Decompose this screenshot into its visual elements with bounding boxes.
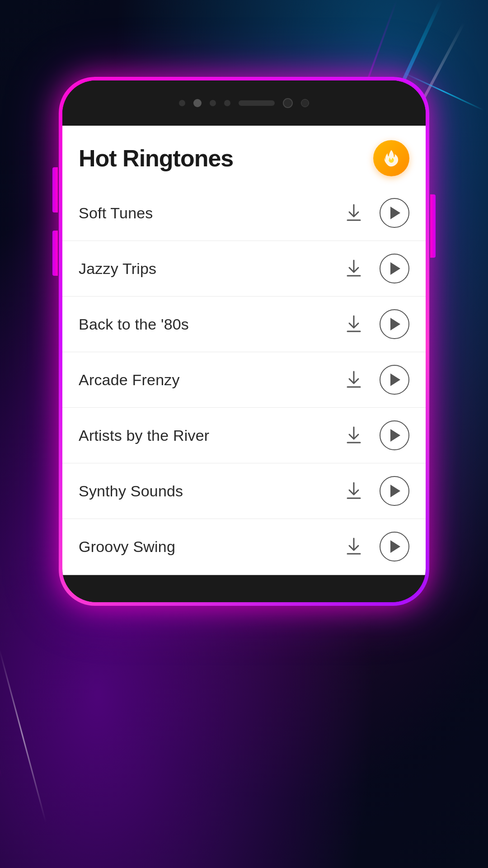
play-triangle-icon [390,429,400,442]
speaker-grill [239,100,275,106]
ringtone-name: Arcade Frenzy [79,371,333,389]
download-icon [346,538,362,556]
topbar-indicators [179,98,309,108]
app-title: Hot Ringtones [79,145,233,172]
ringtone-name: Synthy Sounds [79,482,333,500]
download-icon [346,315,362,333]
play-button[interactable] [380,198,409,228]
phone-bottombar [62,575,426,602]
play-triangle-icon [390,207,400,219]
play-button[interactable] [380,476,409,506]
ringtone-name: Jazzy Trips [79,260,333,278]
download-icon [346,259,362,278]
play-triangle-icon [390,318,400,330]
download-icon [346,426,362,444]
play-triangle-icon [390,262,400,275]
ringtone-list: Soft Tunes Jazzy Trips Back to the '80s … [62,185,426,575]
app-screen: Hot Ringtones Soft Tunes Jazzy Trips [62,126,426,575]
phone-frame: Hot Ringtones Soft Tunes Jazzy Trips [59,77,429,606]
play-triangle-icon [390,485,400,497]
side-button-volume-up [52,167,58,212]
play-triangle-icon [390,540,400,553]
fire-icon [381,148,401,168]
dot-3 [210,100,216,106]
play-button[interactable] [380,532,409,561]
ringtone-name: Artists by the River [79,427,333,444]
ringtone-name: Soft Tunes [79,204,333,222]
play-button[interactable] [380,309,409,339]
play-button[interactable] [380,365,409,395]
list-item: Soft Tunes [62,185,426,241]
list-item: Synthy Sounds [62,463,426,519]
download-icon [346,482,362,500]
dot-5 [301,99,309,107]
play-button[interactable] [380,420,409,450]
download-button[interactable] [341,255,367,282]
play-triangle-icon [390,373,400,386]
side-button-power [430,194,436,258]
download-button[interactable] [341,478,367,504]
download-icon [346,204,362,222]
list-item: Back to the '80s [62,297,426,352]
app-header: Hot Ringtones [62,126,426,185]
list-item: Arcade Frenzy [62,352,426,408]
download-button[interactable] [341,533,367,560]
fire-button[interactable] [373,140,409,176]
play-button[interactable] [380,254,409,283]
list-item: Artists by the River [62,408,426,463]
phone-topbar [62,80,426,126]
side-button-volume-down [52,231,58,276]
dot-4 [224,100,230,106]
list-item: Jazzy Trips [62,241,426,297]
download-button[interactable] [341,200,367,226]
download-button[interactable] [341,422,367,448]
phone-screen: Hot Ringtones Soft Tunes Jazzy Trips [62,80,426,602]
ringtone-name: Back to the '80s [79,316,333,333]
dot-2 [193,99,202,107]
ringtone-name: Groovy Swing [79,538,333,556]
front-camera [283,98,293,108]
list-item: Groovy Swing [62,519,426,575]
download-icon [346,371,362,389]
dot-1 [179,100,185,106]
download-button[interactable] [341,311,367,337]
download-button[interactable] [341,367,367,393]
